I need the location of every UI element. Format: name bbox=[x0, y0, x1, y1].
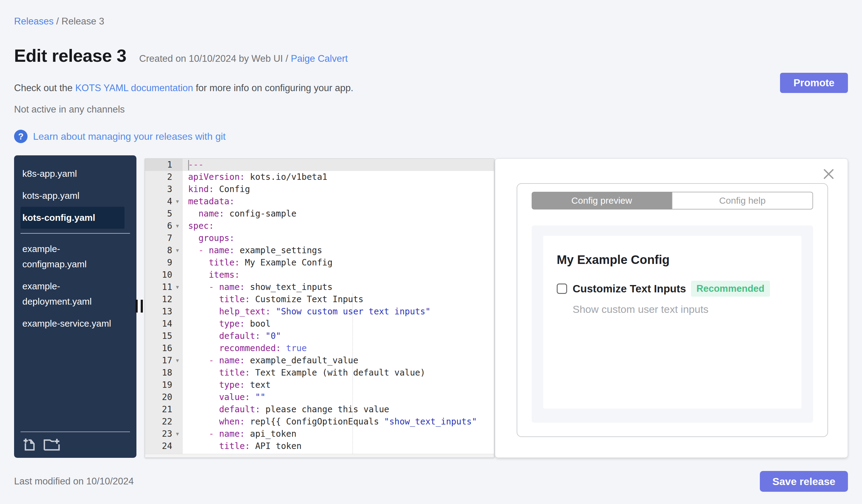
save-release-button[interactable]: Save release bbox=[760, 471, 848, 492]
sidebar-file-k8s-app.yaml[interactable]: k8s-app.yaml bbox=[21, 163, 125, 185]
code-line-20[interactable]: 20 value: "" bbox=[145, 391, 494, 403]
tab-config-help[interactable]: Config help bbox=[672, 192, 813, 210]
code-line-10[interactable]: 10 items: bbox=[145, 269, 494, 281]
code-line-17[interactable]: 17▾ - name: example_default_value bbox=[145, 355, 494, 367]
code-text-18: title: Text Example (with default value) bbox=[183, 367, 494, 379]
question-mark-icon: ? bbox=[14, 130, 27, 143]
sidebar-file-kots-config.yaml[interactable]: kots-config.yaml bbox=[21, 207, 125, 229]
sidebar-file-example-service.yaml[interactable]: example-service.yaml bbox=[21, 313, 125, 334]
code-line-11[interactable]: 11▾ - name: show_text_inputs bbox=[145, 281, 494, 293]
code-text-11: - name: show_text_inputs bbox=[183, 281, 494, 293]
line-number-13: 13 bbox=[145, 306, 183, 318]
channel-status: Not active in any channels bbox=[14, 104, 125, 115]
config-group-card: My Example Config Customize Text Inputs … bbox=[543, 236, 801, 409]
code-line-7[interactable]: 7 groups: bbox=[145, 232, 494, 244]
customize-text-inputs-checkbox[interactable] bbox=[557, 283, 567, 294]
sidebar-file-kots-app.yaml[interactable]: kots-app.yaml bbox=[21, 185, 125, 207]
promote-button[interactable]: Promote bbox=[780, 73, 848, 93]
line-number-5: 5 bbox=[145, 208, 183, 220]
code-line-16[interactable]: 16 recommended: true bbox=[145, 342, 494, 355]
editor-horizontal-scrollbar[interactable] bbox=[145, 454, 494, 457]
editor-content[interactable]: 1---2apiVersion: kots.io/v1beta13kind: C… bbox=[145, 159, 494, 454]
code-line-2[interactable]: 2apiVersion: kots.io/v1beta1 bbox=[145, 171, 494, 183]
docs-line: Check out the KOTS YAML documentation fo… bbox=[14, 82, 353, 94]
sidebar-actions bbox=[21, 432, 130, 452]
fold-arrow-icon[interactable]: ▾ bbox=[172, 428, 183, 440]
kots-yaml-docs-link[interactable]: KOTS YAML documentation bbox=[75, 82, 193, 93]
footer: Last modified on 10/10/2024 Save release bbox=[14, 471, 848, 492]
line-number-25: 25 bbox=[145, 452, 183, 454]
code-line-15[interactable]: 15 default: "0" bbox=[145, 330, 494, 342]
code-text-24: title: API token bbox=[183, 440, 494, 452]
tab-config-preview[interactable]: Config preview bbox=[532, 192, 672, 210]
preview-tab-bar: Config previewConfig help bbox=[532, 192, 813, 210]
line-number-14: 14 bbox=[145, 318, 183, 330]
file-list-top: k8s-app.yamlkots-app.yamlkots-config.yam… bbox=[14, 163, 136, 229]
line-number-16: 16 bbox=[145, 342, 183, 355]
code-text-9: title: My Example Config bbox=[183, 256, 494, 269]
code-line-14[interactable]: 14 type: bool bbox=[145, 318, 494, 330]
sidebar-file-example-deployment.yaml[interactable]: example-deployment.yaml bbox=[21, 275, 125, 313]
line-number-1: 1 bbox=[145, 159, 183, 171]
code-text-19: type: text bbox=[183, 379, 494, 391]
preview-card: Config previewConfig help My Example Con… bbox=[517, 183, 828, 437]
code-text-5: name: config-sample bbox=[183, 208, 494, 220]
new-file-icon[interactable] bbox=[22, 437, 36, 451]
line-number-22: 22 bbox=[145, 416, 183, 428]
file-list-bottom: example-configmap.yamlexample-deployment… bbox=[14, 238, 136, 334]
breadcrumb-releases-link[interactable]: Releases bbox=[14, 16, 53, 27]
fold-arrow-icon[interactable]: ▾ bbox=[172, 196, 183, 208]
git-releases-link[interactable]: Learn about managing your releases with … bbox=[33, 131, 226, 142]
created-meta: Created on 10/10/2024 by Web UI / Paige … bbox=[139, 53, 348, 64]
code-text-6: spec: bbox=[183, 220, 494, 232]
code-line-24[interactable]: 24 title: API token bbox=[145, 440, 494, 452]
breadcrumb-current: Release 3 bbox=[62, 16, 104, 27]
author-link[interactable]: Paige Calvert bbox=[291, 53, 348, 64]
config-item-row: Customize Text Inputs Recommended bbox=[557, 281, 788, 297]
code-line-5[interactable]: 5 name: config-sample bbox=[145, 208, 494, 220]
code-line-22[interactable]: 22 when: repl{{ ConfigOptionEquals "show… bbox=[145, 416, 494, 428]
code-line-4[interactable]: 4▾metadata: bbox=[145, 196, 494, 208]
code-text-20: value: "" bbox=[183, 391, 494, 403]
code-line-13[interactable]: 13 help_text: "Show custom user text inp… bbox=[145, 306, 494, 318]
fold-arrow-icon[interactable]: ▾ bbox=[172, 244, 183, 256]
code-line-8[interactable]: 8▾ - name: example_settings bbox=[145, 244, 494, 256]
resize-handle-left[interactable] bbox=[135, 300, 143, 313]
fold-arrow-icon[interactable]: ▾ bbox=[172, 220, 183, 232]
yaml-editor[interactable]: 1---2apiVersion: kots.io/v1beta13kind: C… bbox=[145, 158, 494, 458]
code-line-19[interactable]: 19 type: text bbox=[145, 379, 494, 391]
line-number-20: 20 bbox=[145, 391, 183, 403]
code-text-10: items: bbox=[183, 269, 494, 281]
code-text-22: when: repl{{ ConfigOptionEquals "show_te… bbox=[183, 416, 494, 428]
preview-body: My Example Config Customize Text Inputs … bbox=[532, 225, 813, 423]
sidebar-file-example-configmap.yaml[interactable]: example-configmap.yaml bbox=[21, 238, 125, 275]
code-line-18[interactable]: 18 title: Text Example (with default val… bbox=[145, 367, 494, 379]
code-line-12[interactable]: 12 title: Customize Text Inputs bbox=[145, 293, 494, 306]
code-line-25[interactable]: 25 type: password bbox=[145, 452, 494, 454]
recommended-badge: Recommended bbox=[691, 281, 770, 297]
fold-arrow-icon[interactable]: ▾ bbox=[172, 355, 183, 367]
line-number-23: 23▾ bbox=[145, 428, 183, 440]
code-line-23[interactable]: 23▾ - name: api_token bbox=[145, 428, 494, 440]
config-item-label: Customize Text Inputs bbox=[573, 282, 686, 295]
close-icon[interactable] bbox=[823, 168, 835, 180]
breadcrumb-separator: / bbox=[53, 16, 62, 27]
sidebar-divider bbox=[21, 233, 130, 234]
code-line-1[interactable]: 1--- bbox=[145, 159, 494, 171]
code-text-1: --- bbox=[183, 159, 494, 171]
code-line-6[interactable]: 6▾spec: bbox=[145, 220, 494, 232]
line-number-2: 2 bbox=[145, 171, 183, 183]
fold-arrow-icon[interactable]: ▾ bbox=[172, 281, 183, 293]
line-number-9: 9 bbox=[145, 256, 183, 269]
last-modified-text: Last modified on 10/10/2024 bbox=[14, 471, 134, 492]
code-line-9[interactable]: 9 title: My Example Config bbox=[145, 256, 494, 269]
docs-line-suffix: for more info on configuring your app. bbox=[193, 82, 353, 93]
code-text-16: recommended: true bbox=[183, 342, 494, 355]
code-line-21[interactable]: 21 default: please change this value bbox=[145, 403, 494, 416]
release-editor-page: Releases / Release 3 Edit release 3 Crea… bbox=[0, 0, 862, 504]
line-number-6: 6▾ bbox=[145, 220, 183, 232]
config-preview-panel: Config previewConfig help My Example Con… bbox=[495, 158, 848, 458]
line-number-21: 21 bbox=[145, 403, 183, 416]
code-line-3[interactable]: 3kind: Config bbox=[145, 183, 494, 196]
new-folder-icon[interactable] bbox=[43, 437, 61, 451]
